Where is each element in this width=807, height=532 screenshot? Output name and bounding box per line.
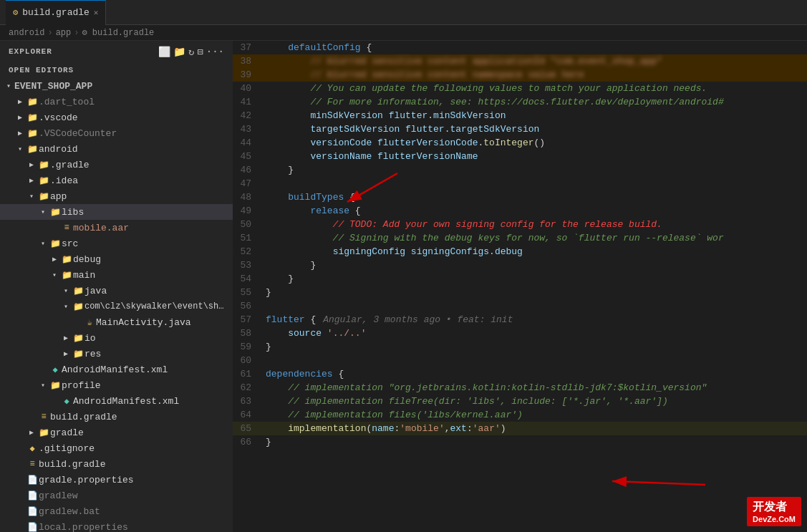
tree-item-mainactivity[interactable]: ☕ MainActivity.java: [0, 314, 233, 330]
code-line-66: 66 }: [233, 435, 807, 449]
tree-item-gitignore[interactable]: ◆ .gitignore: [0, 440, 233, 456]
line-number: 65: [233, 422, 263, 435]
line-content: targetSdkVersion flutter.targetSdkVersio…: [263, 122, 807, 136]
tree-item-android[interactable]: ▾ 📁 android: [0, 141, 233, 157]
folder-icon: 📁: [72, 286, 84, 296]
ellipsis-icon[interactable]: ···: [206, 46, 224, 58]
new-folder-icon[interactable]: 📁: [173, 46, 185, 58]
code-line-64: 64 // implementation files('libs/kernel.…: [233, 408, 807, 422]
new-file-icon[interactable]: ⬜: [158, 46, 170, 58]
line-number: 60: [233, 354, 263, 367]
code-line-47: 47: [233, 177, 807, 190]
collapse-all-icon[interactable]: ⊟: [197, 46, 203, 58]
arrow-icon: ▶: [49, 255, 60, 263]
line-number: 48: [233, 190, 263, 204]
open-editors-section[interactable]: OPEN EDITORS: [0, 62, 233, 78]
line-content: // You can update the following values t…: [263, 82, 807, 95]
tree-item-gradle-subdir[interactable]: ▶ 📁 gradle: [0, 425, 233, 440]
code-line-56: 56: [233, 299, 807, 313]
editor-content[interactable]: 37 defaultConfig { 38 // blurred sensiti…: [233, 41, 807, 532]
aar-icon: ≡: [60, 223, 73, 233]
arrow-icon: ▶: [60, 334, 72, 342]
line-content: versionName flutterVersionName: [263, 150, 807, 163]
line-number: 39: [233, 68, 263, 82]
refresh-icon[interactable]: ↻: [188, 46, 194, 58]
line-number: 57: [233, 313, 263, 327]
folder-icon: 📁: [37, 175, 50, 186]
tree-item-package[interactable]: ▾ 📁 com\clz\skywalker\event\shop\event_s…: [0, 299, 233, 314]
item-label: build.gradle: [50, 412, 227, 422]
item-label: build.gradle: [39, 459, 227, 470]
line-content: source '../..': [263, 327, 807, 340]
tree-item-profile[interactable]: ▾ 📁 profile: [0, 377, 233, 393]
tree-item-res[interactable]: ▶ 📁 res: [0, 346, 233, 362]
item-label: .idea: [50, 175, 227, 186]
tree-item-dart-tool[interactable]: ▶ 📁 .dart_tool: [0, 94, 233, 110]
line-content: }: [263, 286, 807, 299]
item-label: android: [39, 144, 227, 155]
line-number: 55: [233, 286, 263, 299]
line-content: release {: [263, 204, 807, 218]
tree-item-androidmanifest2[interactable]: ◆ AndroidManifest.xml: [0, 393, 233, 409]
tab-close-button[interactable]: ✕: [94, 8, 99, 17]
arrow-icon: ▶: [26, 160, 37, 169]
item-label: gradlew.bat: [39, 506, 227, 517]
tree-item-vscode[interactable]: ▶ 📁 .vscode: [0, 110, 233, 125]
xml-icon: ◆: [49, 364, 62, 375]
folder-icon: 📁: [49, 380, 62, 391]
folder-icon: 📁: [37, 160, 50, 170]
breadcrumb-android: android: [9, 28, 44, 38]
tree-item-main[interactable]: ▾ 📁 main: [0, 267, 233, 283]
tree-item-idea[interactable]: ▶ 📁 .idea: [0, 173, 233, 188]
tree-item-libs[interactable]: ▾ 📁 libs: [0, 204, 233, 220]
file-tree: ▾ EVENT_SHOP_APP ▶ 📁 .dart_tool ▶ 📁 .vsc…: [0, 78, 233, 532]
project-root[interactable]: ▾ EVENT_SHOP_APP: [0, 78, 233, 94]
tree-item-debug[interactable]: ▶ 📁 debug: [0, 251, 233, 267]
code-line-45: 45 versionName flutterVersionName: [233, 150, 807, 163]
tree-item-mobile-aar[interactable]: ≡ mobile.aar: [0, 220, 233, 236]
folder-icon: 📁: [26, 128, 39, 139]
line-content: }: [263, 340, 807, 354]
line-content: }: [263, 258, 807, 272]
code-line-62: 62 // implementation "org.jetbrains.kotl…: [233, 381, 807, 395]
tree-item-build-gradle-root[interactable]: ≡ build.gradle: [0, 456, 233, 472]
arrow-icon: ▾: [37, 239, 49, 248]
file-icon: 📄: [26, 490, 39, 501]
tree-item-gradlew[interactable]: 📄 gradlew: [0, 488, 233, 503]
code-line-58: 58 source '../..': [233, 327, 807, 340]
tree-item-src[interactable]: ▾ 📁 src: [0, 236, 233, 251]
item-label: io: [84, 333, 227, 344]
item-label: .dart_tool: [39, 97, 227, 107]
line-number: 62: [233, 381, 263, 395]
arrow-icon: ▶: [26, 428, 37, 437]
tree-item-gradle-properties[interactable]: 📄 gradle.properties: [0, 472, 233, 488]
project-label: EVENT_SHOP_APP: [14, 81, 227, 92]
item-label: AndroidManifest.xml: [73, 396, 227, 407]
gradle-icon: ⚙: [13, 7, 18, 18]
tree-item-gradlew-bat[interactable]: 📄 gradlew.bat: [0, 503, 233, 519]
tree-item-app[interactable]: ▾ 📁 app: [0, 188, 233, 204]
breadcrumb: android › app › ⚙ build.gradle: [0, 25, 807, 41]
tree-item-androidmanifest1[interactable]: ◆ AndroidManifest.xml: [0, 362, 233, 377]
item-label: MainActivity.java: [96, 317, 227, 328]
line-number: 41: [233, 95, 263, 109]
line-content: // For more information, see: https://do…: [263, 95, 807, 109]
line-content: // implementation "org.jetbrains.kotlin:…: [263, 381, 807, 395]
tree-item-gradle-dir[interactable]: ▶ 📁 .gradle: [0, 157, 233, 173]
tree-item-build-gradle-app[interactable]: ≡ build.gradle: [0, 409, 233, 425]
tree-item-java[interactable]: ▾ 📁 java: [0, 283, 233, 299]
item-label: profile: [62, 380, 227, 391]
line-content: defaultConfig {: [263, 41, 807, 54]
code-line-44: 44 versionCode flutterVersionCode.toInte…: [233, 136, 807, 150]
tab-build-gradle[interactable]: ⚙ build.gradle ✕: [6, 0, 106, 25]
line-content: // blurred sensitive content namespace v…: [263, 68, 807, 82]
code-block: 37 defaultConfig { 38 // blurred sensiti…: [233, 41, 807, 449]
item-label: local.properties: [39, 522, 227, 533]
line-number: 53: [233, 258, 263, 272]
line-content: dependencies {: [263, 367, 807, 381]
tree-item-vscodecounter[interactable]: ▶ 📁 .VSCodeCounter: [0, 125, 233, 141]
code-line-48: 48 buildTypes {: [233, 190, 807, 204]
tree-item-local-properties[interactable]: 📄 local.properties: [0, 519, 233, 532]
line-content: versionCode flutterVersionCode.toInteger…: [263, 136, 807, 150]
tree-item-io[interactable]: ▶ 📁 io: [0, 330, 233, 346]
